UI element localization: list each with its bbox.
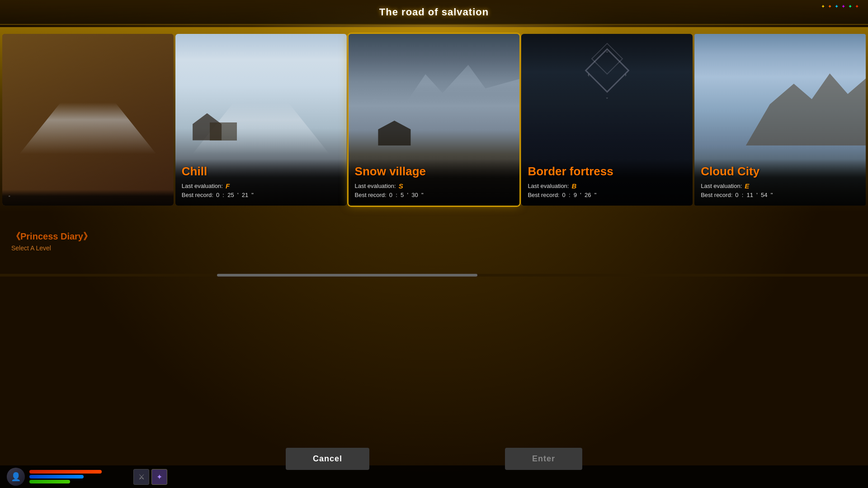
card-partial-left[interactable]: " <box>2 34 174 206</box>
card-snow-village-record-value: 0 : 5 ' 30 " <box>389 192 424 198</box>
card-border-fortress-record-label: Best record: <box>528 192 559 198</box>
skill-slot-2[interactable]: ✦ <box>151 469 167 485</box>
card-border-fortress-eval-row: Last evaluation: B <box>528 182 686 190</box>
hud-bars <box>29 470 120 483</box>
card-border-fortress-record-value: 0 : 9 ' 26 " <box>562 192 596 198</box>
page-title: The road of salvation <box>379 6 489 18</box>
diary-title: 《Princess Diary》 <box>11 230 857 243</box>
player-avatar: 👤 <box>7 468 25 486</box>
health-bar <box>29 470 102 474</box>
card-snow-village-eval-label: Last evaluation: <box>355 183 396 189</box>
card-cloud-city-record-value: 0 : 11 ' 54 " <box>735 192 773 198</box>
hud-icon-1: ✦ <box>821 4 825 9</box>
card-border-fortress[interactable]: Border fortress Last evaluation: B Best … <box>521 34 693 206</box>
card-cloud-city-title: Cloud City <box>701 164 859 178</box>
card-border-fortress-record-row: Best record: 0 : 9 ' 26 " <box>528 192 686 198</box>
top-banner: The road of salvation ✦ ✦ ✦ ✦ ✦ ✦ <box>0 0 868 25</box>
skill-slot-1[interactable]: ⚔ <box>133 469 149 485</box>
scrollbar-thumb[interactable] <box>217 274 477 277</box>
card-border-fortress-title: Border fortress <box>528 164 686 178</box>
card-chill-record-row: Best record: 0 : 25 ' 21 " <box>182 192 340 198</box>
card-cloud-city-record-row: Best record: 0 : 11 ' 54 " <box>701 192 859 198</box>
card-chill-record-value: 0 : 25 ' 21 " <box>216 192 254 198</box>
horizontal-scrollbar[interactable] <box>0 274 868 277</box>
cabin-body <box>210 122 237 141</box>
card-chill-eval-row: Last evaluation: F <box>182 182 340 190</box>
card-chill-record-label: Best record: <box>182 192 213 198</box>
card-snow-village-eval-row: Last evaluation: S <box>355 182 514 190</box>
card-cloud-city-info: Cloud City Last evaluation: E Best recor… <box>694 159 866 206</box>
card-chill-info: Chill Last evaluation: F Best record: 0 … <box>175 159 347 206</box>
select-level-text: Select A Level <box>11 244 857 252</box>
bottom-buttons: Cancel Enter <box>286 448 582 470</box>
card-snow-village-eval-value: S <box>399 182 403 190</box>
partial-quote: " <box>9 195 167 200</box>
hud-icon-3: ✦ <box>835 4 839 9</box>
mountain-peaks <box>349 46 520 141</box>
card-chill-title: Chill <box>182 164 340 178</box>
card-border-fortress-info: Border fortress Last evaluation: B Best … <box>521 159 693 206</box>
card-chill-eval-value: F <box>226 182 230 190</box>
card-snow-village[interactable]: Snow village Last evaluation: S Best rec… <box>349 34 520 206</box>
hud-icon-2: ✦ <box>828 4 832 9</box>
hud-icon-4: ✦ <box>841 4 845 9</box>
card-partial-left-bg <box>2 34 174 206</box>
card-border-fortress-eval-value: B <box>571 182 576 190</box>
card-partial-left-info: " <box>2 190 174 206</box>
card-snow-village-title: Snow village <box>355 164 514 178</box>
card-cloud-city-eval-label: Last evaluation: <box>701 183 742 189</box>
card-snow-village-record-row: Best record: 0 : 5 ' 30 " <box>355 192 514 198</box>
card-cloud-city-record-label: Best record: <box>701 192 732 198</box>
mana-bar <box>29 475 84 479</box>
skill-icons: ⚔ ✦ <box>133 469 167 485</box>
cancel-button[interactable]: Cancel <box>286 448 369 470</box>
card-cloud-city-eval-value: E <box>745 182 749 190</box>
card-border-fortress-eval-label: Last evaluation: <box>528 183 569 189</box>
card-snow-village-info: Snow village Last evaluation: S Best rec… <box>349 159 520 206</box>
level-cards-container: " Chill Last evaluation: F Best record: … <box>0 27 868 212</box>
card-cloud-city[interactable]: Cloud City Last evaluation: E Best recor… <box>694 34 866 206</box>
card-cloud-city-eval-row: Last evaluation: E <box>701 182 859 190</box>
exp-bar <box>29 480 70 483</box>
card-chill-eval-label: Last evaluation: <box>182 183 223 189</box>
cliff-shape <box>746 42 866 145</box>
hud-icon-5: ✦ <box>848 4 852 9</box>
hud-icons: ✦ ✦ ✦ ✦ ✦ ✦ <box>821 4 859 9</box>
card-chill[interactable]: Chill Last evaluation: F Best record: 0 … <box>175 34 347 206</box>
card-snow-village-record-label: Best record: <box>355 192 387 198</box>
hud-icon-6: ✦ <box>855 4 859 9</box>
avatar-icon: 👤 <box>11 472 21 482</box>
enter-button[interactable]: Enter <box>505 448 582 470</box>
